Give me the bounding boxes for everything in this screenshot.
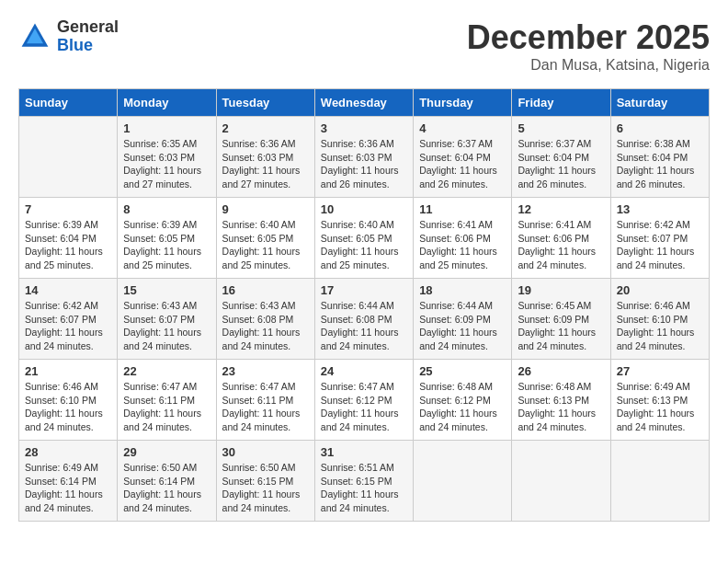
cell-info: Sunrise: 6:46 AMSunset: 6:10 PMDaylight:…	[25, 380, 111, 434]
calendar-cell: 19Sunrise: 6:45 AMSunset: 6:09 PMDayligh…	[512, 279, 610, 360]
day-number: 29	[123, 445, 210, 459]
day-number: 18	[419, 283, 506, 297]
cell-info: Sunrise: 6:39 AMSunset: 6:04 PMDaylight:…	[25, 218, 111, 272]
calendar-cell: 25Sunrise: 6:48 AMSunset: 6:12 PMDayligh…	[414, 360, 512, 441]
cell-info: Sunrise: 6:48 AMSunset: 6:12 PMDaylight:…	[419, 380, 506, 434]
cell-info: Sunrise: 6:43 AMSunset: 6:08 PMDaylight:…	[222, 299, 309, 353]
calendar-cell: 18Sunrise: 6:44 AMSunset: 6:09 PMDayligh…	[414, 279, 512, 360]
cell-info: Sunrise: 6:37 AMSunset: 6:04 PMDaylight:…	[518, 137, 604, 191]
cell-info: Sunrise: 6:48 AMSunset: 6:13 PMDaylight:…	[518, 380, 604, 434]
day-number: 1	[123, 121, 210, 135]
calendar-cell: 1Sunrise: 6:35 AMSunset: 6:03 PMDaylight…	[118, 117, 216, 198]
calendar-cell: 23Sunrise: 6:47 AMSunset: 6:11 PMDayligh…	[216, 360, 314, 441]
day-number: 30	[222, 445, 309, 459]
cell-info: Sunrise: 6:38 AMSunset: 6:04 PMDaylight:…	[617, 137, 703, 191]
calendar-cell: 15Sunrise: 6:43 AMSunset: 6:07 PMDayligh…	[118, 279, 216, 360]
location-title: Dan Musa, Katsina, Nigeria	[467, 57, 710, 74]
day-number: 3	[321, 121, 407, 135]
day-number: 10	[321, 202, 407, 216]
cell-info: Sunrise: 6:46 AMSunset: 6:10 PMDaylight:…	[617, 299, 703, 353]
calendar-cell: 13Sunrise: 6:42 AMSunset: 6:07 PMDayligh…	[610, 198, 709, 279]
day-number: 12	[518, 202, 604, 216]
calendar-cell: 29Sunrise: 6:50 AMSunset: 6:14 PMDayligh…	[118, 441, 216, 522]
title-area: December 2025 Dan Musa, Katsina, Nigeria	[467, 18, 710, 74]
logo-text: General Blue	[57, 18, 119, 55]
cell-info: Sunrise: 6:42 AMSunset: 6:07 PMDaylight:…	[617, 218, 703, 272]
day-number: 4	[419, 121, 506, 135]
day-number: 22	[123, 364, 210, 378]
cell-info: Sunrise: 6:50 AMSunset: 6:14 PMDaylight:…	[123, 461, 210, 515]
day-number: 8	[123, 202, 210, 216]
cell-info: Sunrise: 6:41 AMSunset: 6:06 PMDaylight:…	[518, 218, 604, 272]
calendar-week-1: 1Sunrise: 6:35 AMSunset: 6:03 PMDaylight…	[19, 117, 710, 198]
calendar-week-4: 21Sunrise: 6:46 AMSunset: 6:10 PMDayligh…	[19, 360, 710, 441]
calendar-header: SundayMondayTuesdayWednesdayThursdayFrid…	[19, 89, 710, 117]
day-number: 7	[25, 202, 111, 216]
cell-info: Sunrise: 6:40 AMSunset: 6:05 PMDaylight:…	[321, 218, 407, 272]
day-number: 13	[617, 202, 703, 216]
calendar-cell: 16Sunrise: 6:43 AMSunset: 6:08 PMDayligh…	[216, 279, 314, 360]
day-number: 31	[321, 445, 407, 459]
cell-info: Sunrise: 6:49 AMSunset: 6:14 PMDaylight:…	[25, 461, 111, 515]
calendar-cell: 26Sunrise: 6:48 AMSunset: 6:13 PMDayligh…	[512, 360, 610, 441]
calendar-cell: 20Sunrise: 6:46 AMSunset: 6:10 PMDayligh…	[610, 279, 709, 360]
day-number: 24	[321, 364, 407, 378]
cell-info: Sunrise: 6:37 AMSunset: 6:04 PMDaylight:…	[419, 137, 506, 191]
logo-blue-label: Blue	[57, 37, 119, 55]
weekday-header-friday: Friday	[512, 89, 610, 117]
calendar-cell: 31Sunrise: 6:51 AMSunset: 6:15 PMDayligh…	[314, 441, 413, 522]
cell-info: Sunrise: 6:49 AMSunset: 6:13 PMDaylight:…	[617, 380, 703, 434]
calendar-cell: 8Sunrise: 6:39 AMSunset: 6:05 PMDaylight…	[118, 198, 216, 279]
calendar-cell: 11Sunrise: 6:41 AMSunset: 6:06 PMDayligh…	[414, 198, 512, 279]
calendar-cell	[610, 441, 709, 522]
day-number: 5	[518, 121, 604, 135]
calendar-table: SundayMondayTuesdayWednesdayThursdayFrid…	[18, 88, 710, 522]
cell-info: Sunrise: 6:47 AMSunset: 6:11 PMDaylight:…	[123, 380, 210, 434]
cell-info: Sunrise: 6:36 AMSunset: 6:03 PMDaylight:…	[222, 137, 309, 191]
calendar-cell: 2Sunrise: 6:36 AMSunset: 6:03 PMDaylight…	[216, 117, 314, 198]
weekday-header-saturday: Saturday	[610, 89, 709, 117]
calendar-cell: 22Sunrise: 6:47 AMSunset: 6:11 PMDayligh…	[118, 360, 216, 441]
cell-info: Sunrise: 6:47 AMSunset: 6:12 PMDaylight:…	[321, 380, 407, 434]
day-number: 20	[617, 283, 703, 297]
calendar-cell: 3Sunrise: 6:36 AMSunset: 6:03 PMDaylight…	[314, 117, 413, 198]
calendar-week-2: 7Sunrise: 6:39 AMSunset: 6:04 PMDaylight…	[19, 198, 710, 279]
cell-info: Sunrise: 6:35 AMSunset: 6:03 PMDaylight:…	[123, 137, 210, 191]
day-number: 17	[321, 283, 407, 297]
day-number: 11	[419, 202, 506, 216]
calendar-cell: 17Sunrise: 6:44 AMSunset: 6:08 PMDayligh…	[314, 279, 413, 360]
calendar-body: 1Sunrise: 6:35 AMSunset: 6:03 PMDaylight…	[19, 117, 710, 522]
cell-info: Sunrise: 6:44 AMSunset: 6:09 PMDaylight:…	[419, 299, 506, 353]
calendar-cell: 12Sunrise: 6:41 AMSunset: 6:06 PMDayligh…	[512, 198, 610, 279]
calendar-week-5: 28Sunrise: 6:49 AMSunset: 6:14 PMDayligh…	[19, 441, 710, 522]
day-number: 2	[222, 121, 309, 135]
cell-info: Sunrise: 6:39 AMSunset: 6:05 PMDaylight:…	[123, 218, 210, 272]
day-number: 19	[518, 283, 604, 297]
day-number: 15	[123, 283, 210, 297]
cell-info: Sunrise: 6:41 AMSunset: 6:06 PMDaylight:…	[419, 218, 506, 272]
calendar-week-3: 14Sunrise: 6:42 AMSunset: 6:07 PMDayligh…	[19, 279, 710, 360]
weekday-header-sunday: Sunday	[19, 89, 118, 117]
cell-info: Sunrise: 6:51 AMSunset: 6:15 PMDaylight:…	[321, 461, 407, 515]
day-number: 26	[518, 364, 604, 378]
calendar-cell: 9Sunrise: 6:40 AMSunset: 6:05 PMDaylight…	[216, 198, 314, 279]
calendar-cell: 10Sunrise: 6:40 AMSunset: 6:05 PMDayligh…	[314, 198, 413, 279]
weekday-header-monday: Monday	[118, 89, 216, 117]
logo: General Blue	[18, 18, 119, 55]
cell-info: Sunrise: 6:47 AMSunset: 6:11 PMDaylight:…	[222, 380, 309, 434]
day-number: 25	[419, 364, 506, 378]
day-number: 9	[222, 202, 309, 216]
day-number: 21	[25, 364, 111, 378]
cell-info: Sunrise: 6:45 AMSunset: 6:09 PMDaylight:…	[518, 299, 604, 353]
calendar-cell: 28Sunrise: 6:49 AMSunset: 6:14 PMDayligh…	[19, 441, 118, 522]
calendar-cell: 21Sunrise: 6:46 AMSunset: 6:10 PMDayligh…	[19, 360, 118, 441]
weekday-header-wednesday: Wednesday	[314, 89, 413, 117]
month-title: December 2025	[467, 18, 710, 57]
day-number: 6	[617, 121, 703, 135]
day-number: 27	[617, 364, 703, 378]
cell-info: Sunrise: 6:43 AMSunset: 6:07 PMDaylight:…	[123, 299, 210, 353]
cell-info: Sunrise: 6:42 AMSunset: 6:07 PMDaylight:…	[25, 299, 111, 353]
logo-general-label: General	[57, 18, 119, 37]
calendar-cell	[19, 117, 118, 198]
weekday-header-tuesday: Tuesday	[216, 89, 314, 117]
